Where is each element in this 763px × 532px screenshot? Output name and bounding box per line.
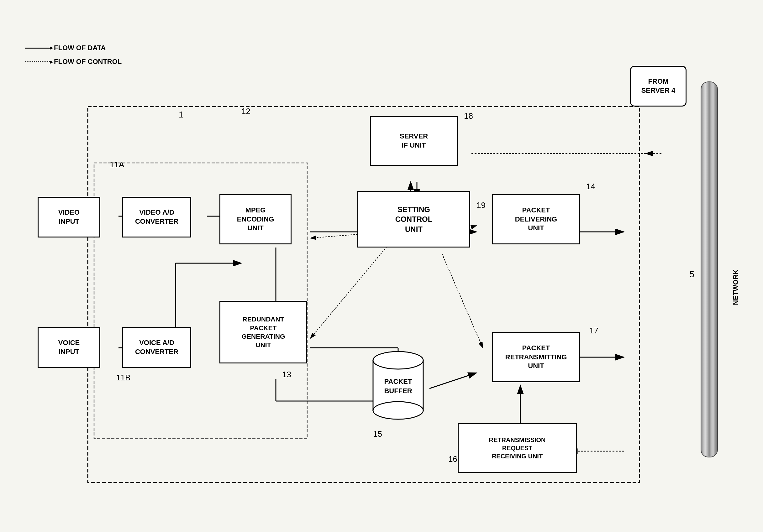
svg-point-30 (373, 352, 423, 369)
from-server-label: FROM SERVER 4 (641, 77, 675, 95)
server-if-box: SERVER IF UNIT (370, 116, 458, 166)
retransmission-label: RETRANSMISSION REQUEST RECEIVING UNIT (489, 436, 545, 460)
label-1: 1 (179, 110, 184, 120)
label-19: 19 (477, 201, 486, 210)
label-5: 5 (689, 269, 694, 280)
svg-line-26 (442, 254, 483, 348)
setting-control-label: SETTING CONTROL UNIT (395, 205, 433, 234)
flow-control-line (25, 61, 50, 62)
packet-delivering-box: PACKET DELIVERING UNIT (492, 194, 580, 244)
label-11a: 11A (110, 160, 124, 169)
label-15: 15 (373, 429, 382, 439)
mpeg-box: MPEG ENCODING UNIT (219, 194, 291, 244)
retransmission-box: RETRANSMISSION REQUEST RECEIVING UNIT (458, 423, 577, 473)
packet-buffer-svg: PACKET BUFFER (367, 348, 429, 423)
legend-control-flow: FLOW OF CONTROL (25, 58, 122, 66)
packet-delivering-label: PACKET DELIVERING UNIT (515, 206, 557, 233)
redundant-label: REDUNDANT PACKET GENERATING UNIT (242, 315, 285, 349)
video-input-label: VIDEO INPUT (58, 208, 80, 226)
redundant-box: REDUNDANT PACKET GENERATING UNIT (219, 301, 307, 363)
flow-data-line (25, 47, 50, 48)
svg-point-31 (373, 402, 423, 419)
voice-input-box: VOICE INPUT (38, 327, 100, 368)
label-18: 18 (464, 111, 473, 121)
flow-control-label: FLOW OF CONTROL (54, 58, 122, 66)
server-if-label: SERVER IF UNIT (400, 132, 428, 150)
svg-text:PACKET: PACKET (384, 378, 412, 385)
svg-line-24 (310, 244, 389, 338)
mpeg-label: MPEG ENCODING UNIT (237, 206, 274, 233)
diagram-container: FLOW OF DATA FLOW OF CONTROL (19, 19, 743, 514)
video-input-box: VIDEO INPUT (38, 197, 100, 237)
label-12: 12 (241, 107, 251, 116)
voice-input-label: VOICE INPUT (58, 338, 80, 356)
setting-control-box: SETTING CONTROL UNIT (357, 191, 470, 247)
label-11b: 11B (116, 373, 130, 383)
voice-ad-box: VOICE A/D CONVERTER (122, 327, 191, 368)
label-14: 14 (586, 182, 595, 191)
voice-ad-label: VOICE A/D CONVERTER (135, 338, 178, 356)
label-17: 17 (589, 326, 599, 335)
svg-line-16 (429, 373, 477, 389)
video-ad-box: VIDEO A/D CONVERTER (122, 197, 191, 237)
label-16: 16 (448, 454, 457, 464)
video-ad-label: VIDEO A/D CONVERTER (135, 208, 178, 226)
legend-data-flow: FLOW OF DATA (25, 44, 122, 52)
network-label: NETWORK (732, 269, 740, 305)
packet-retransmitting-box: PACKET RETRANSMITTING UNIT (492, 332, 580, 382)
packet-retransmitting-label: PACKET RETRANSMITTING UNIT (505, 344, 567, 371)
network-bar (701, 81, 718, 457)
svg-text:BUFFER: BUFFER (384, 387, 412, 395)
from-server-box: FROM SERVER 4 (630, 66, 687, 107)
flow-data-label: FLOW OF DATA (54, 44, 106, 52)
legend: FLOW OF DATA FLOW OF CONTROL (25, 44, 122, 71)
label-13: 13 (282, 370, 291, 380)
